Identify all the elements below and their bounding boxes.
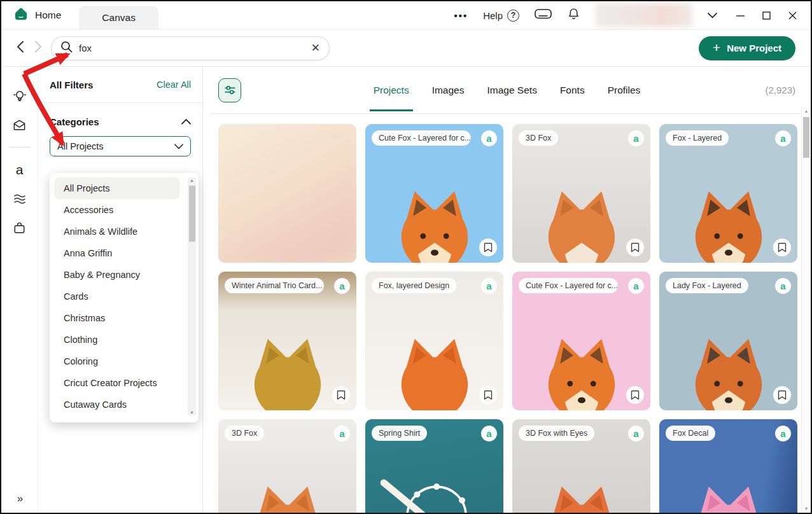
- machine-icon[interactable]: [535, 8, 552, 23]
- bookmark-button[interactable]: [332, 386, 350, 404]
- project-title: Cute Fox - Layered for c...: [519, 278, 618, 293]
- dropdown-option[interactable]: Cricut Creator Projects: [55, 372, 179, 394]
- cricut-access-badge-icon: a: [628, 426, 644, 441]
- titlebar: Home Canvas ••• Help ?: [1, 1, 811, 30]
- dropdown-option[interactable]: Clothing: [55, 329, 179, 351]
- bookmark-button[interactable]: [626, 386, 644, 404]
- maximize-button[interactable]: [762, 11, 771, 20]
- back-icon[interactable]: [17, 41, 24, 55]
- search-input[interactable]: [79, 43, 305, 53]
- help-question-icon: ?: [507, 10, 519, 22]
- results-count: (2,923): [765, 85, 795, 95]
- dropdown-option[interactable]: Baby & Pregnancy: [55, 264, 179, 286]
- tab-images[interactable]: Images: [432, 67, 465, 113]
- scroll-down-icon[interactable]: ▼: [802, 506, 811, 511]
- project-card[interactable]: Fox, layered Designa: [365, 272, 503, 410]
- help-label: Help: [483, 10, 503, 21]
- bookmark-button[interactable]: [773, 386, 791, 404]
- ellipsis-icon[interactable]: •••: [454, 10, 468, 21]
- category-selected-value: All Projects: [57, 141, 104, 151]
- tab-projects[interactable]: Projects: [374, 67, 409, 113]
- clear-all-link[interactable]: Clear All: [157, 80, 191, 90]
- project-title: 3D Fox: [225, 426, 264, 441]
- project-card[interactable]: Spring Shirta: [365, 419, 503, 513]
- rail-divider: [9, 147, 31, 148]
- project-card[interactable]: Winter Animal Trio Card...a: [218, 272, 356, 410]
- cricut-access-badge-icon: a: [481, 426, 497, 441]
- filters-title: All Filters: [50, 80, 93, 90]
- project-card[interactable]: Fox Decala: [659, 419, 797, 513]
- waves-icon[interactable]: [12, 191, 27, 206]
- user-account-blurred[interactable]: [596, 3, 692, 27]
- forward-icon[interactable]: [34, 41, 42, 55]
- chevron-up-icon[interactable]: [181, 116, 191, 127]
- tab-home-label: Home: [35, 10, 61, 21]
- project-title: Spring Shirt: [372, 426, 427, 441]
- project-card[interactable]: 3D Foxa: [512, 124, 650, 263]
- bookmark-button[interactable]: [479, 386, 497, 404]
- dropdown-scrollbar[interactable]: ▲ ▼: [188, 177, 196, 415]
- minimize-button[interactable]: [736, 11, 745, 20]
- new-project-button[interactable]: + New Project: [699, 36, 795, 60]
- plus-icon: +: [713, 41, 720, 54]
- main-scrollbar[interactable]: ▲ ▼: [801, 107, 811, 513]
- help-button[interactable]: Help ?: [483, 10, 519, 22]
- dropdown-option[interactable]: Christmas: [55, 307, 179, 329]
- dropdown-option[interactable]: Cards: [55, 286, 179, 307]
- project-title: Cute Fox - Layered for c...: [372, 130, 471, 146]
- scroll-up-icon[interactable]: ▲: [188, 178, 196, 183]
- project-card[interactable]: [218, 124, 356, 263]
- bell-icon[interactable]: [567, 7, 580, 24]
- filter-panel: All Filters Clear All Categories All Pro…: [38, 67, 203, 513]
- search-bar[interactable]: ✕: [51, 36, 330, 60]
- bookmark-button[interactable]: [479, 239, 497, 256]
- project-card[interactable]: 3D Fox with Eyesa: [512, 419, 650, 513]
- scroll-down-icon[interactable]: ▼: [188, 410, 196, 415]
- dropdown-option[interactable]: Animals & Wildlife: [55, 221, 179, 242]
- cricut-access-icon[interactable]: a: [12, 162, 27, 177]
- project-card[interactable]: Fox - Layereda: [659, 124, 797, 263]
- cricut-access-badge-icon: a: [628, 278, 644, 294]
- scrollbar-thumb[interactable]: [803, 117, 809, 158]
- chevron-down-icon[interactable]: [708, 10, 717, 21]
- search-icon: [60, 41, 73, 55]
- category-dropdown[interactable]: All Projects: [50, 136, 191, 156]
- dropdown-option[interactable]: Cutaway Cards: [55, 394, 179, 415]
- dropdown-option[interactable]: Accessories: [55, 199, 179, 221]
- scrollbar-thumb[interactable]: [189, 186, 195, 242]
- bookmark-button[interactable]: [773, 239, 791, 256]
- cricut-access-badge-icon: a: [775, 278, 791, 294]
- cricut-access-badge-icon: a: [334, 426, 350, 441]
- project-card[interactable]: Cute Fox - Layered for c...a: [365, 124, 503, 263]
- project-title: 3D Fox with Eyes: [519, 426, 594, 441]
- scroll-up-icon[interactable]: ▲: [802, 109, 811, 113]
- project-title: Winter Animal Trio Card...: [225, 278, 324, 293]
- project-thumbnail: [218, 124, 356, 263]
- shopping-bag-icon[interactable]: [12, 220, 27, 235]
- project-title: 3D Fox: [519, 130, 558, 146]
- toolbar: ✕ + New Project: [1, 30, 811, 67]
- lightbulb-icon[interactable]: [12, 88, 27, 104]
- tab-fonts[interactable]: Fonts: [560, 67, 585, 113]
- cricut-access-badge-icon: a: [481, 130, 497, 146]
- cricut-access-badge-icon: a: [628, 130, 644, 146]
- results-tabs: ProjectsImagesImage SetsFontsProfiles: [203, 67, 811, 113]
- clear-x-icon[interactable]: ✕: [311, 43, 320, 53]
- tab-home[interactable]: Home: [1, 1, 79, 29]
- close-button[interactable]: [788, 11, 797, 20]
- project-card[interactable]: Cute Fox - Layered for c...a: [512, 272, 650, 410]
- tab-canvas-label: Canvas: [102, 12, 136, 24]
- dropdown-option[interactable]: Coloring: [55, 351, 179, 372]
- inbox-icon[interactable]: [12, 118, 27, 133]
- tab-profiles[interactable]: Profiles: [608, 67, 641, 113]
- double-chevron-right-icon[interactable]: »: [17, 492, 22, 505]
- tab-image-sets[interactable]: Image Sets: [487, 67, 536, 113]
- project-card[interactable]: Lady Fox - Layereda: [659, 272, 797, 410]
- dropdown-option[interactable]: Anna Griffin: [55, 242, 179, 264]
- project-card[interactable]: 3D Foxa: [218, 419, 356, 513]
- project-title: Lady Fox - Layered: [666, 278, 748, 293]
- bookmark-button[interactable]: [626, 239, 644, 256]
- cricut-logo-icon: [14, 7, 28, 24]
- dropdown-option[interactable]: All Projects: [55, 177, 179, 199]
- tab-canvas[interactable]: Canvas: [79, 6, 158, 29]
